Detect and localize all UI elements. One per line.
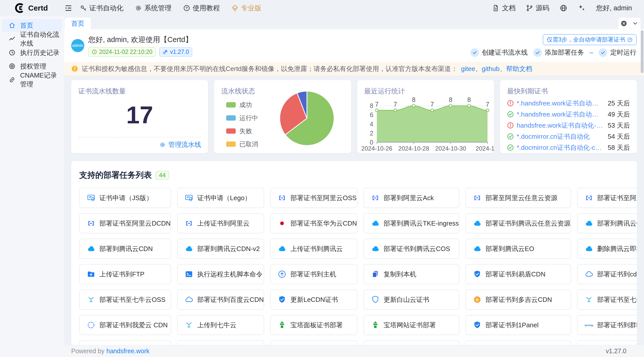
- legend-item-2[interactable]: 运行中: [226, 114, 258, 122]
- task-card-14[interactable]: 部署到腾讯云CDN-v2: [177, 239, 264, 259]
- task-card-1[interactable]: 证书申请（JS版）: [79, 188, 171, 208]
- clock-icon: [92, 49, 97, 55]
- brand[interactable]: Certd: [0, 3, 64, 13]
- tab-home[interactable]: 首页: [65, 18, 91, 29]
- header-link-2[interactable]: 源码: [526, 4, 549, 13]
- task-card-4[interactable]: 部署到阿里云Ack: [364, 188, 459, 208]
- task-card-2[interactable]: 证书申请（Lego）: [177, 188, 264, 208]
- steps-pill[interactable]: 仅需3步，全自动申请部署证书 ?: [543, 34, 636, 45]
- step-3[interactable]: 定时运行: [599, 48, 636, 57]
- task-card-10[interactable]: 部署到腾讯云TKE-ingress: [364, 213, 459, 233]
- task-label: 部署到腾讯云TKE-ingress: [384, 219, 459, 228]
- task-card-34[interactable]: 宝塔网站证书部署: [364, 315, 459, 335]
- expiry-cert-link[interactable]: *.docmirror.cn证书自动化-certd-doc: [517, 143, 605, 152]
- header-link-1[interactable]: 文档: [492, 4, 515, 13]
- vertical-scrollbar[interactable]: [641, 30, 643, 73]
- task-card-19[interactable]: 上传证书到FTP: [79, 264, 171, 284]
- top-menu-item-1[interactable]: 证书自动化: [80, 4, 123, 13]
- step-2[interactable]: 添加部署任务: [533, 48, 584, 57]
- task-card-7[interactable]: 部署证书至阿里云DCDN: [79, 213, 171, 233]
- legend-item-3[interactable]: 失败: [226, 127, 258, 135]
- task-card-30[interactable]: 部署证书至七牛CDN: [577, 290, 637, 310]
- task-card-29[interactable]: D部署证书到多吉云CDN: [465, 290, 571, 310]
- task-card-13[interactable]: 部署到腾讯云CDN: [79, 239, 171, 259]
- task-card-partial[interactable]: [465, 340, 571, 345]
- step-check-icon: [599, 48, 607, 57]
- notice-link-github[interactable]: github: [482, 65, 500, 73]
- task-card-20[interactable]: 执行远程主机脚本命令: [177, 264, 264, 284]
- task-card-11[interactable]: 部署证书到腾讯云任意云资源: [465, 213, 571, 233]
- tencent-icon: [585, 219, 593, 228]
- task-card-18[interactable]: 删除腾讯云即将过期证书: [577, 239, 637, 259]
- legend-item-1[interactable]: 成功: [226, 101, 258, 109]
- task-card-36[interactable]: Synology部署证书到群晖面板: [577, 315, 637, 335]
- task-card-28[interactable]: 更新白山云证书: [364, 290, 459, 310]
- task-card-6[interactable]: 部署证书至阿里云CDN: [577, 188, 637, 208]
- menu-collapse-icon[interactable]: [64, 4, 73, 12]
- expiry-cert-link[interactable]: *.handsfree.work证书自动化--zerossl: [517, 110, 605, 119]
- task-card-23[interactable]: 部署证书到易盾CDN: [465, 264, 571, 284]
- task-card-partial[interactable]: [577, 340, 637, 345]
- legend-item-4[interactable]: 已取消: [226, 140, 258, 148]
- task-card-26[interactable]: 部署证书到百度云CDN: [177, 290, 264, 310]
- sidebar-item-2[interactable]: 证书自动化流水线: [2, 33, 62, 45]
- task-card-3[interactable]: 部署证书至阿里云OSS: [270, 188, 357, 208]
- step-check-icon: [470, 48, 479, 57]
- task-card-partial[interactable]: [177, 340, 264, 345]
- sparkles-icon[interactable]: [578, 4, 585, 12]
- task-card-partial[interactable]: [79, 340, 171, 345]
- expiry-cert-link[interactable]: handsfree.work证书自动化-zerossl: [517, 121, 605, 130]
- sidebar-item-1[interactable]: 首页: [2, 19, 62, 32]
- task-card-16[interactable]: 部署证书到腾讯云COS: [364, 239, 459, 259]
- svg-text:?: ?: [186, 6, 188, 10]
- sidebar-item-5[interactable]: CNAME记录管理: [2, 74, 62, 86]
- task-card-35[interactable]: 部署证书到1Panel: [465, 315, 571, 335]
- task-card-31[interactable]: 部署证书到我爱云 CDN: [79, 315, 171, 335]
- task-card-22[interactable]: 复制到本机: [364, 264, 459, 284]
- task-card-25[interactable]: 部署证书至七牛云OSS: [79, 290, 171, 310]
- main-area: 首页 admin 您好, admin, 欢迎使用【Certd】: [64, 16, 644, 357]
- sidebar-item-3[interactable]: 执行历史记录: [2, 46, 62, 59]
- gear-icon: [135, 5, 142, 12]
- close-tab-button[interactable]: [618, 18, 629, 29]
- notice-link-帮助文档[interactable]: 帮助文档: [506, 65, 532, 73]
- task-card-27[interactable]: 更新LeCDN证书: [270, 290, 357, 310]
- expiry-days: 54 天后: [608, 132, 630, 141]
- avatar[interactable]: admin: [71, 39, 84, 52]
- task-card-partial[interactable]: [364, 340, 459, 345]
- task-card-12[interactable]: 部署到腾讯云CLB: [577, 213, 637, 233]
- notice-link-gitee[interactable]: gitee: [461, 65, 475, 73]
- task-card-9[interactable]: 部署证书至华为云CDN: [270, 213, 357, 233]
- recent-runs-area-chart[interactable]: 024682024-10-262024-10-282024-10-302024-…: [357, 80, 494, 153]
- status-pie-chart[interactable]: [269, 87, 345, 149]
- rocket-icon: [163, 49, 168, 55]
- task-card-8[interactable]: 上传证书到阿里云: [177, 213, 264, 233]
- task-card-33[interactable]: 宝塔面板证书部署: [270, 315, 357, 335]
- svg-text:0: 0: [370, 139, 373, 146]
- expiry-cert-link[interactable]: *.handsfree.work证书自动化-lego: [517, 99, 605, 108]
- task-card-15[interactable]: 上传证书到腾讯云: [270, 239, 357, 259]
- shield-icon: [278, 295, 286, 304]
- top-menu-item-4[interactable]: 专业版: [231, 4, 261, 13]
- task-card-32[interactable]: 上传到七牛云: [177, 315, 264, 335]
- top-menu-item-2[interactable]: 系统管理: [135, 4, 172, 13]
- top-menu-item-3[interactable]: ?使用教程: [183, 4, 220, 13]
- task-card-24[interactable]: 部署证书到cdnfly: [577, 264, 637, 284]
- sidebar-item-label: CNAME记录管理: [20, 71, 62, 89]
- welcome-greeting: 您好, admin, 欢迎使用【Certd】: [88, 35, 192, 45]
- task-card-5[interactable]: 部署至阿里云任意云资源: [465, 188, 571, 208]
- top-header: Certd 证书自动化系统管理?使用教程专业版 文档源码您好, admin: [0, 0, 644, 16]
- tab-bar: 首页: [64, 16, 644, 29]
- handsfree-link[interactable]: handsfree.work: [106, 347, 149, 355]
- globe-icon[interactable]: [560, 4, 567, 12]
- user-menu[interactable]: 您好, admin: [596, 4, 632, 13]
- task-card-17[interactable]: 部署到腾讯云EO: [465, 239, 571, 259]
- task-card-21[interactable]: 部署证书到主机: [270, 264, 357, 284]
- sidebar-item-4[interactable]: 授权管理: [2, 60, 62, 73]
- manage-pipelines-link[interactable]: 管理流水线: [159, 140, 201, 149]
- task-card-partial[interactable]: [270, 340, 357, 345]
- step-1[interactable]: 创建证书流水线: [470, 48, 528, 57]
- tab-menu-button[interactable]: [629, 18, 640, 29]
- aliyun-icon: [278, 194, 286, 202]
- expiry-cert-link[interactable]: *.docmirror.cn证书自动化: [517, 132, 590, 141]
